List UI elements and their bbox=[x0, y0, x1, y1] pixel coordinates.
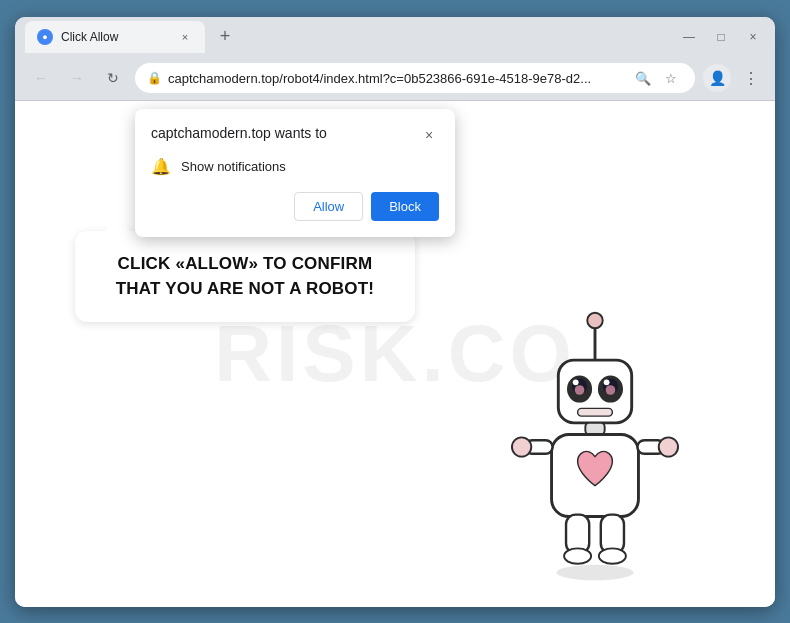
main-message-text: CLICK «ALLOW» TO CONFIRM THAT YOU ARE NO… bbox=[105, 251, 385, 302]
notification-label: Show notifications bbox=[181, 159, 286, 174]
url-bar[interactable]: 🔒 captchamodern.top/robot4/index.html?c=… bbox=[135, 63, 695, 93]
block-button[interactable]: Block bbox=[371, 192, 439, 221]
message-bubble: CLICK «ALLOW» TO CONFIRM THAT YOU ARE NO… bbox=[75, 231, 415, 322]
tab-favicon: ● bbox=[37, 29, 53, 45]
svg-point-19 bbox=[564, 548, 591, 563]
search-icon[interactable]: 🔍 bbox=[631, 66, 655, 90]
browser-window: ● Click Allow × + — □ × ← → ↻ 🔒 captcham… bbox=[15, 17, 775, 607]
bell-icon: 🔔 bbox=[151, 157, 171, 176]
tab-close-button[interactable]: × bbox=[177, 29, 193, 45]
forward-button[interactable]: → bbox=[63, 64, 91, 92]
title-bar: ● Click Allow × + — □ × bbox=[15, 17, 775, 57]
maximize-button[interactable]: □ bbox=[709, 25, 733, 49]
active-tab[interactable]: ● Click Allow × bbox=[25, 21, 205, 53]
svg-point-22 bbox=[556, 564, 633, 579]
svg-rect-12 bbox=[585, 422, 604, 434]
robot-illustration bbox=[495, 307, 695, 587]
allow-button[interactable]: Allow bbox=[294, 192, 363, 221]
popup-buttons: Allow Block bbox=[151, 192, 439, 221]
page-content: RISK.CO CLICK «ALLOW» TO CONFIRM THAT YO… bbox=[15, 101, 775, 607]
tab-area: ● Click Allow × + bbox=[25, 21, 669, 53]
new-tab-button[interactable]: + bbox=[211, 23, 239, 51]
svg-point-9 bbox=[573, 379, 579, 385]
back-button[interactable]: ← bbox=[27, 64, 55, 92]
svg-point-8 bbox=[606, 385, 616, 395]
popup-header: captchamodern.top wants to × bbox=[151, 125, 439, 145]
window-controls: — □ × bbox=[677, 25, 765, 49]
svg-point-10 bbox=[604, 379, 610, 385]
svg-point-1 bbox=[587, 312, 602, 327]
lock-icon: 🔒 bbox=[147, 71, 162, 85]
notification-popup: captchamodern.top wants to × 🔔 Show noti… bbox=[135, 109, 455, 237]
refresh-button[interactable]: ↻ bbox=[99, 64, 127, 92]
url-actions: 🔍 ☆ bbox=[631, 66, 683, 90]
profile-button[interactable]: 👤 bbox=[703, 64, 731, 92]
profile-icon: 👤 bbox=[709, 70, 726, 86]
tab-title: Click Allow bbox=[61, 30, 169, 44]
svg-point-7 bbox=[575, 385, 585, 395]
popup-close-button[interactable]: × bbox=[419, 125, 439, 145]
popup-title: captchamodern.top wants to bbox=[151, 125, 327, 141]
svg-point-21 bbox=[599, 548, 626, 563]
svg-point-15 bbox=[512, 437, 531, 456]
svg-rect-11 bbox=[578, 408, 613, 416]
robot-svg bbox=[495, 307, 695, 587]
bubble-arrow bbox=[105, 215, 129, 231]
bookmark-icon[interactable]: ☆ bbox=[659, 66, 683, 90]
popup-notification-row: 🔔 Show notifications bbox=[151, 157, 439, 176]
close-button[interactable]: × bbox=[741, 25, 765, 49]
minimize-button[interactable]: — bbox=[677, 25, 701, 49]
svg-point-17 bbox=[659, 437, 678, 456]
address-bar: ← → ↻ 🔒 captchamodern.top/robot4/index.h… bbox=[15, 57, 775, 101]
url-text: captchamodern.top/robot4/index.html?c=0b… bbox=[168, 71, 625, 86]
menu-button[interactable]: ⋮ bbox=[739, 66, 763, 90]
